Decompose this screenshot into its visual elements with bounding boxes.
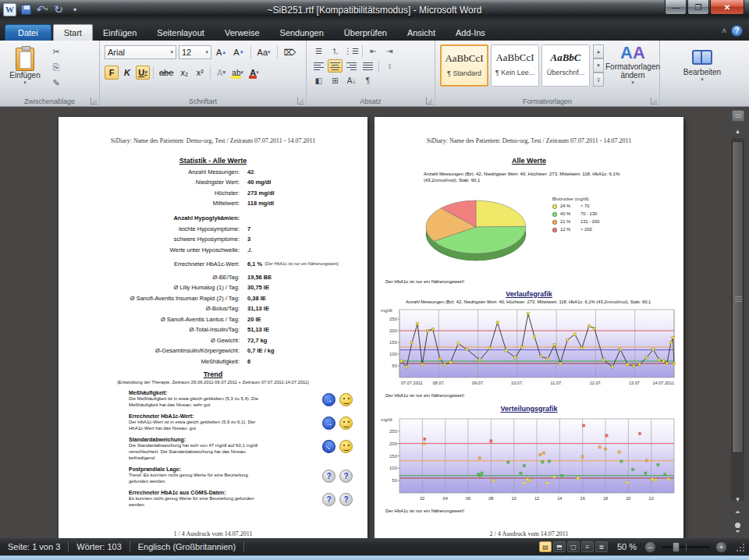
stat-label: Höchster:	[59, 190, 240, 197]
highlight-color-icon[interactable]: ab▾	[229, 66, 246, 80]
paragraph-dialog-launcher-icon[interactable]: ◿	[426, 97, 433, 105]
word-count[interactable]: Wörter: 103	[69, 542, 129, 551]
scrollbar-track[interactable]	[731, 138, 744, 501]
bullets-icon[interactable]: ☰	[311, 44, 326, 58]
pie-subtitle: Anzahl Messungen (Bz): 42, Niedrigster W…	[424, 171, 634, 184]
tab-datei[interactable]: Datei	[5, 24, 51, 41]
pilcrow-icon[interactable]: ¶	[360, 74, 375, 87]
draft-icon[interactable]: ≣	[595, 541, 608, 552]
tab-berprfen[interactable]: Überprüfen	[334, 25, 397, 41]
clipboard-dialog-launcher-icon[interactable]: ◿	[91, 97, 98, 105]
borders-icon[interactable]: ⊞	[328, 74, 343, 87]
zoom-level[interactable]: 50 %	[617, 542, 637, 551]
sort-icon[interactable]: A↓	[344, 74, 359, 87]
stat-row: Ø-BE/Tag:19,56 BE	[59, 274, 367, 281]
tab-seitenlayout[interactable]: Seitenlayout	[147, 25, 215, 41]
underline-button[interactable]: U▾	[136, 66, 150, 80]
copy-icon[interactable]: ⎘	[48, 61, 64, 73]
grow-font-icon[interactable]: A▲	[214, 45, 229, 59]
change-case-icon[interactable]: Aa▾	[255, 45, 273, 59]
document-page-2[interactable]: SiDiary: Name des Patienten: Demo-org, T…	[374, 117, 683, 538]
strikethrough-button[interactable]: abe	[157, 66, 176, 80]
scrollbar-thumb[interactable]	[732, 141, 744, 453]
shading-icon[interactable]: ◧	[311, 74, 326, 87]
stat-value: 72,7 kg	[247, 337, 267, 344]
stat-label: Mittelwert:	[59, 200, 240, 207]
zoom-slider-thumb[interactable]	[673, 542, 680, 552]
zoom-out-icon[interactable]: –	[644, 541, 656, 553]
web-layout-icon[interactable]: ▢	[567, 541, 580, 552]
scroll-up-icon[interactable]: ▲	[731, 126, 744, 137]
zoom-in-icon[interactable]: +	[715, 541, 727, 553]
line-spacing-icon[interactable]: ↕	[382, 59, 397, 73]
styles-dialog-launcher-icon[interactable]: ◿	[651, 97, 658, 105]
style-item-2[interactable]: AaBbCcI¶ Kein Lee...	[491, 44, 539, 87]
collapse-ribbon-icon[interactable]: ˄	[722, 27, 726, 35]
outline-icon[interactable]: ≡	[581, 541, 594, 552]
restore-button[interactable]: ❐	[687, 0, 709, 15]
multilevel-list-icon[interactable]: ⋮☰	[344, 44, 359, 58]
svg-text:18: 18	[603, 496, 608, 501]
font-family-combobox[interactable]: Arial▾	[105, 45, 176, 59]
question-icon: ?	[339, 493, 353, 506]
legend-percent: 40 %	[560, 211, 577, 216]
style-item-3[interactable]: AaBbCÜberschrif...	[541, 44, 590, 87]
help-icon[interactable]: ?	[731, 25, 743, 37]
tab-einfgen[interactable]: Einfügen	[93, 25, 147, 41]
clear-formatting-icon[interactable]: ⌦	[282, 45, 299, 59]
question-icon: ?	[322, 470, 335, 483]
text-effects-icon[interactable]: A▾	[214, 66, 228, 80]
fullscreen-reading-icon[interactable]: ⬒	[553, 541, 566, 552]
format-painter-icon[interactable]: ✎	[48, 76, 64, 89]
next-page-icon[interactable]: ⏷	[731, 526, 744, 537]
cut-icon[interactable]: ✂	[48, 45, 64, 58]
tab-sendungen[interactable]: Sendungen	[270, 25, 334, 41]
styles-scroll-down-icon[interactable]: ▼	[593, 58, 604, 73]
resize-grip[interactable]	[735, 542, 744, 551]
svg-text:mg/dl: mg/dl	[381, 417, 392, 422]
styles-gallery-more-icon[interactable]: ⊽	[593, 73, 604, 87]
zoom-slider[interactable]	[662, 546, 710, 548]
scroll-down-icon[interactable]: ▼	[731, 494, 744, 505]
superscript-button[interactable]: x²	[193, 66, 207, 80]
page-indicator[interactable]: Seite: 1 von 3	[0, 542, 68, 551]
justify-icon[interactable]	[360, 59, 375, 73]
tab-ansicht[interactable]: Ansicht	[397, 25, 445, 41]
close-button[interactable]: ✕	[710, 0, 744, 15]
bold-button[interactable]: F	[105, 66, 119, 80]
styles-scroll-up-icon[interactable]: ▲	[593, 44, 604, 58]
style-item-1[interactable]: AaBbCcI¶ Standard	[440, 44, 488, 87]
stat-row: Ø Sanofi-Aventis Lantus / Tag:20 IE	[59, 316, 367, 323]
font-size-combobox[interactable]: 12▾	[179, 45, 211, 59]
change-styles-button[interactable]: AA Formatvorlagen ändern ▾	[609, 44, 657, 94]
indent-decrease-icon[interactable]: ⇤	[366, 44, 381, 58]
paste-button[interactable]: Einfügen ▾	[6, 44, 44, 93]
italic-button[interactable]: K	[120, 66, 134, 80]
previous-page-icon[interactable]: ⏶	[731, 506, 744, 518]
language-indicator[interactable]: Englisch (Großbritannien)	[130, 542, 243, 551]
tab-addins[interactable]: Add-Ins	[445, 25, 495, 41]
tab-start[interactable]: Start	[53, 24, 93, 41]
trend-item-text: Trend: Es konnten nicht genug Werte für …	[129, 472, 268, 484]
align-right-icon[interactable]	[344, 59, 359, 73]
hypo-heading: Anzahl Hypoglykämien:	[59, 214, 240, 222]
minimize-button[interactable]: —	[665, 0, 687, 15]
paste-dropdown-icon[interactable]: ▾	[23, 80, 27, 86]
numbering-icon[interactable]: ⒈	[328, 44, 343, 58]
smiley-icon	[339, 393, 353, 406]
font-dialog-launcher-icon[interactable]: ◿	[297, 97, 304, 105]
indent-increase-icon[interactable]: ⇥	[382, 44, 397, 58]
align-center-icon[interactable]	[328, 59, 343, 73]
trend-item-text: Es konnten nicht genug Werte für eine Be…	[129, 495, 268, 508]
svg-text:13.07.: 13.07.	[629, 381, 641, 385]
svg-text:150: 150	[389, 453, 398, 458]
print-layout-icon[interactable]: ▤	[539, 541, 552, 552]
tab-verweise[interactable]: Verweise	[215, 25, 270, 41]
align-left-icon[interactable]	[311, 59, 326, 73]
document-page-1[interactable]: SiDiary: Name des Patienten: Demo-org, T…	[59, 117, 367, 538]
font-color-icon[interactable]: A▾	[247, 66, 261, 80]
editing-button[interactable]: Bearbeiten ▾	[674, 45, 730, 83]
subscript-button[interactable]: x₂	[177, 66, 191, 80]
shrink-font-icon[interactable]: A▼	[231, 45, 246, 59]
ruler-toggle-icon[interactable]: ▭	[732, 110, 744, 122]
